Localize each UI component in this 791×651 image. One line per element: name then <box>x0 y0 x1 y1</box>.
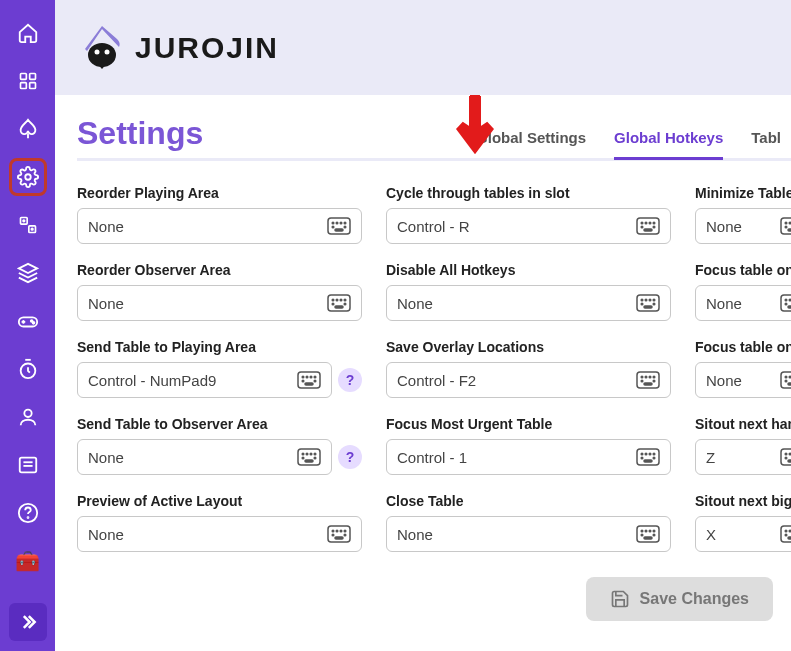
hotkey-input[interactable]: Control - F2 <box>386 362 671 398</box>
svg-point-102 <box>649 530 651 532</box>
help-button[interactable]: ? <box>338 445 362 469</box>
svg-point-77 <box>645 299 647 301</box>
svg-point-124 <box>785 376 787 378</box>
svg-point-87 <box>653 376 655 378</box>
hotkey-input[interactable]: Control - R <box>386 208 671 244</box>
field-row: Control - R <box>386 208 671 244</box>
timer-icon <box>17 358 39 380</box>
sidebar-item-profile[interactable] <box>9 398 47 436</box>
svg-rect-34 <box>335 229 343 231</box>
hotkey-value: None <box>88 449 124 466</box>
hotkey-field: Save Overlay LocationsControl - F2 <box>386 339 671 398</box>
svg-point-65 <box>344 534 346 536</box>
hotkey-input[interactable]: None <box>386 516 671 552</box>
save-changes-button[interactable]: Save Changes <box>586 577 773 621</box>
svg-marker-25 <box>458 129 492 153</box>
svg-point-7 <box>23 220 25 222</box>
column-2: Cycle through tables in slotControl - RD… <box>386 185 671 570</box>
field-row: None <box>77 285 362 321</box>
sidebar-item-timer[interactable] <box>9 350 47 388</box>
hotkey-input[interactable]: None <box>77 208 362 244</box>
keyboard-icon <box>327 217 351 235</box>
svg-point-62 <box>340 530 342 532</box>
spade-icon <box>17 118 39 140</box>
sidebar-item-home[interactable] <box>9 14 47 52</box>
help-icon <box>17 502 39 524</box>
svg-point-81 <box>653 303 655 305</box>
app-name: JUROJIN <box>135 31 279 65</box>
hotkey-input[interactable]: None <box>77 285 362 321</box>
svg-marker-9 <box>18 264 36 273</box>
keyboard-icon <box>636 448 660 466</box>
svg-point-63 <box>344 530 346 532</box>
svg-point-100 <box>641 530 643 532</box>
sidebar: 🧰 <box>0 0 55 651</box>
hotkey-value: Control - 1 <box>397 449 467 466</box>
svg-point-29 <box>336 222 338 224</box>
sidebar-item-apps[interactable] <box>9 62 47 100</box>
hotkey-columns: Reorder Playing AreaNoneReorder Observer… <box>77 185 791 570</box>
svg-point-94 <box>649 453 651 455</box>
hotkey-input[interactable]: None <box>386 285 671 321</box>
sidebar-item-casino[interactable] <box>9 206 47 244</box>
sidebar-item-news[interactable] <box>9 446 47 484</box>
sidebar-expand-button[interactable] <box>9 603 47 641</box>
svg-point-54 <box>310 453 312 455</box>
hotkey-input[interactable]: None <box>77 439 332 475</box>
svg-point-38 <box>340 299 342 301</box>
keyboard-icon <box>780 294 791 312</box>
sidebar-item-spade[interactable] <box>9 110 47 148</box>
layers-icon <box>17 262 39 284</box>
svg-point-4 <box>25 174 31 180</box>
hotkey-input[interactable]: Z <box>695 439 791 475</box>
hotkey-input[interactable]: None <box>695 362 791 398</box>
hotkey-input[interactable]: None <box>77 516 362 552</box>
keyboard-icon <box>297 371 321 389</box>
keyboard-icon <box>636 217 660 235</box>
hotkey-field: Send Table to Playing AreaControl - NumP… <box>77 339 362 398</box>
svg-point-144 <box>785 534 787 536</box>
svg-point-49 <box>314 380 316 382</box>
svg-point-93 <box>645 453 647 455</box>
hotkey-input[interactable]: X <box>695 516 791 552</box>
sidebar-item-settings[interactable] <box>9 158 47 196</box>
field-label: Send Table to Observer Area <box>77 416 362 432</box>
svg-point-41 <box>344 303 346 305</box>
tab-table[interactable]: Tabl <box>751 129 781 152</box>
hotkey-value: Control - F2 <box>397 372 476 389</box>
sidebar-item-chest[interactable]: 🧰 <box>9 542 47 580</box>
svg-point-89 <box>653 380 655 382</box>
hotkey-field: Reorder Playing AreaNone <box>77 185 362 244</box>
news-icon <box>17 454 39 476</box>
arrow-annotation-icon <box>450 95 500 161</box>
logo: JUROJIN <box>77 23 279 73</box>
svg-point-104 <box>641 534 643 536</box>
hotkey-input[interactable]: Control - 1 <box>386 439 671 475</box>
sidebar-item-layers[interactable] <box>9 254 47 292</box>
content-header: Settings Global Settings Global Hotkeys … <box>77 115 791 161</box>
sidebar-item-help[interactable] <box>9 494 47 532</box>
keyboard-icon <box>327 294 351 312</box>
svg-point-57 <box>314 457 316 459</box>
sidebar-item-gamepad[interactable] <box>9 302 47 340</box>
gamepad-icon <box>17 310 39 332</box>
field-label: Sitout next big <box>695 493 791 509</box>
page-title: Settings <box>77 115 203 152</box>
hotkey-input[interactable]: None <box>695 208 791 244</box>
svg-point-53 <box>306 453 308 455</box>
keyboard-icon <box>636 294 660 312</box>
hotkey-value: X <box>706 526 716 543</box>
tabs: Global Settings Global Hotkeys Tabl <box>476 129 791 152</box>
svg-point-80 <box>641 303 643 305</box>
svg-point-103 <box>653 530 655 532</box>
svg-point-128 <box>785 380 787 382</box>
field-label: Preview of Active Layout <box>77 493 362 509</box>
svg-point-44 <box>302 376 304 378</box>
tab-global-hotkeys[interactable]: Global Hotkeys <box>614 129 723 160</box>
hotkey-input[interactable]: Control - NumPad9 <box>77 362 332 398</box>
help-button[interactable]: ? <box>338 368 362 392</box>
grid-icon <box>18 71 38 91</box>
hotkey-input[interactable]: None <box>695 285 791 321</box>
svg-point-101 <box>645 530 647 532</box>
keyboard-icon <box>297 448 321 466</box>
